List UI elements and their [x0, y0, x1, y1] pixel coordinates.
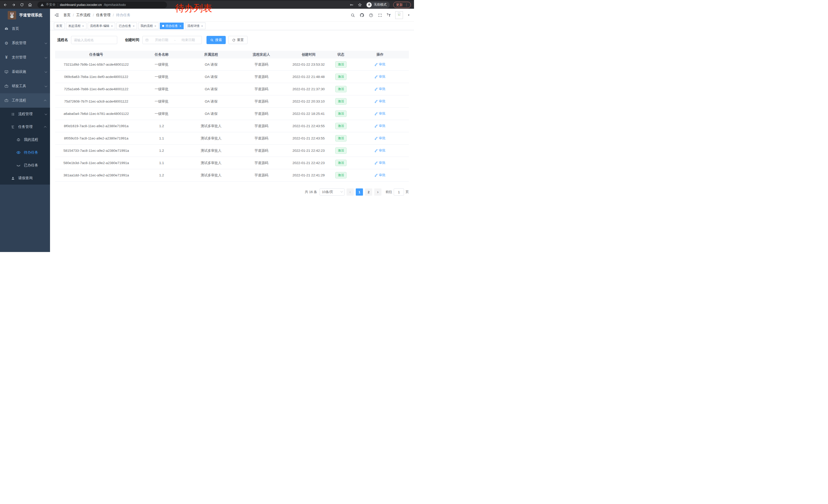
sidebar-item-leave-query[interactable]: 请假查询 — [0, 172, 50, 185]
table-row: 75d72608-7b7f-11ec-a3c8-acde48001122一级审批… — [55, 95, 409, 108]
tag-4[interactable]: 我的流程× — [138, 22, 159, 29]
forward-icon[interactable] — [11, 3, 16, 7]
star-icon[interactable] — [358, 3, 362, 7]
reset-button[interactable]: 重置 — [228, 36, 248, 44]
cell-initiator: 芋道源码 — [236, 173, 287, 178]
cell-id: 8f0d1619-7ac8-11ec-a9e2-a2380e71991a — [55, 124, 137, 128]
approve-link[interactable]: 审批 — [374, 99, 385, 103]
date-range-picker[interactable]: 开始日期 - 结束日期 — [142, 36, 202, 44]
close-icon[interactable]: × — [155, 25, 157, 28]
approve-link[interactable]: 审批 — [374, 161, 385, 165]
approve-link[interactable]: 审批 — [374, 62, 385, 67]
search-icon[interactable] — [350, 13, 355, 17]
not-secure-label[interactable]: 不安全 — [46, 3, 56, 7]
close-icon[interactable]: × — [82, 25, 84, 28]
cell-id: 580e1b3d-7ac8-11ec-a9e2-a2380e71991a — [55, 161, 137, 165]
search-button[interactable]: 搜索 — [206, 36, 226, 44]
process-name-label: 流程名 — [57, 38, 68, 42]
close-icon[interactable]: × — [111, 25, 113, 28]
close-icon[interactable]: × — [179, 25, 181, 28]
cell-name: 1.2 — [137, 173, 186, 177]
github-icon[interactable] — [360, 13, 364, 17]
sidebar-item-task-mgmt[interactable]: 任务管理 — [0, 121, 50, 133]
page-button-2[interactable]: 2 — [365, 188, 372, 196]
approve-link[interactable]: 审批 — [374, 124, 385, 128]
approve-link[interactable]: 审批 — [374, 111, 385, 116]
sidebar-logo[interactable]: 🐰 芋道管理系统 — [0, 9, 50, 21]
tag-6[interactable]: 流程详情× — [185, 22, 205, 29]
process-name-input[interactable] — [71, 36, 117, 44]
table-row: 58154733-7ac8-11ec-a9e2-a2380e71991a1.2测… — [55, 145, 409, 157]
breadcrumb-task-mgmt[interactable]: 任务管理 — [96, 13, 111, 17]
avatar[interactable] — [395, 11, 403, 19]
incognito-label: 无痕模式 — [374, 3, 386, 7]
cell-created: 2022-01-21 22:41:29 — [287, 173, 331, 177]
avatar-dropdown-icon[interactable]: ▼ — [408, 14, 410, 16]
close-icon[interactable]: × — [201, 25, 203, 28]
status-badge: 激活 — [335, 86, 346, 92]
tag-2[interactable]: 流程表单-编辑× — [88, 22, 115, 29]
tag-1[interactable]: 发起流程× — [66, 22, 86, 29]
sidebar-item-label: 系统管理 — [12, 41, 45, 45]
address-bar[interactable]: 不安全 dashboard.yudao.iocoder.cn/bpm/task/… — [37, 2, 167, 8]
chevron-down-icon — [340, 190, 343, 192]
back-icon[interactable] — [3, 3, 8, 7]
approve-link[interactable]: 审批 — [374, 173, 385, 177]
breadcrumb-home[interactable]: 首页 — [64, 13, 71, 17]
fullscreen-icon[interactable] — [378, 13, 382, 17]
table-row: 580e1b3d-7ac8-11ec-a9e2-a2380e71991a1.1测… — [55, 157, 409, 169]
breadcrumb: 首页 / 工作流程 / 任务管理 / 待办任务 — [64, 13, 131, 17]
cell-actions: 审批 — [351, 111, 409, 116]
cell-status: 激活 — [331, 123, 351, 129]
approve-link[interactable]: 审批 — [374, 136, 385, 140]
sidebar-item-workflow[interactable]: 工作流程 — [0, 93, 50, 108]
cell-process: OA 请假 — [186, 75, 236, 79]
page-size-select[interactable]: 10条/页 — [320, 188, 344, 196]
approve-link[interactable]: 审批 — [374, 87, 385, 91]
goto-page-input[interactable] — [394, 188, 404, 196]
sidebar-item-my-process[interactable]: 我的流程 — [0, 133, 50, 146]
end-date-placeholder[interactable]: 结束日期 — [177, 38, 199, 42]
more-menu-icon[interactable]: ⋮ — [405, 3, 408, 7]
goto-label: 前往 — [385, 190, 392, 194]
screen: 不安全 dashboard.yudao.iocoder.cn/bpm/task/… — [0, 0, 414, 252]
breadcrumb-workflow[interactable]: 工作流程 — [76, 13, 90, 17]
close-icon[interactable]: × — [133, 25, 135, 28]
incognito-badge: 无痕模式 — [366, 2, 389, 8]
sidebar-item-system[interactable]: ⚙ 系统管理 — [0, 36, 50, 50]
font-size-icon[interactable]: TT — [387, 13, 391, 17]
sidebar-item-label: 流程管理 — [18, 112, 45, 117]
start-date-placeholder[interactable]: 开始日期 — [151, 38, 172, 42]
tag-5[interactable]: 待办任务× — [160, 22, 184, 29]
breadcrumb-current: 待办任务 — [116, 13, 131, 17]
home-icon[interactable] — [28, 3, 32, 7]
reload-icon[interactable] — [19, 3, 24, 7]
cell-created: 2022-01-22 18:25:41 — [287, 112, 331, 116]
sidebar-item-todo-tasks[interactable]: 待办任务 — [0, 146, 50, 159]
next-page-button[interactable]: › — [374, 188, 381, 196]
tag-0[interactable]: 首页 — [54, 22, 65, 29]
col-task-id: 任务编号 — [55, 52, 137, 57]
hamburger-icon[interactable] — [54, 12, 59, 18]
key-icon[interactable] — [349, 3, 354, 7]
sidebar-item-done-tasks[interactable]: 已办任务 — [0, 159, 50, 172]
sidebar-item-home[interactable]: 首页 — [0, 21, 50, 36]
eye-closed-icon — [16, 163, 21, 168]
sidebar-item-payment[interactable]: ¥ 支付管理 — [0, 50, 50, 64]
sidebar-item-process-mgmt[interactable]: 流程管理 — [0, 108, 50, 121]
help-icon[interactable] — [369, 13, 373, 17]
update-label[interactable]: 更新 — [396, 3, 403, 7]
cell-process: OA 请假 — [186, 99, 236, 104]
sidebar: 🐰 芋道管理系统 首页 ⚙ 系统管理 ¥ 支付管理 — [0, 9, 50, 252]
prev-page-button[interactable]: ‹ — [346, 188, 354, 196]
sidebar-item-devtools[interactable]: 研发工具 — [0, 79, 50, 93]
tag-3[interactable]: 已办任务× — [117, 22, 137, 29]
approve-link[interactable]: 审批 — [374, 74, 385, 79]
sidebar-item-infra[interactable]: 基础设施 — [0, 64, 50, 79]
cell-status: 激活 — [331, 61, 351, 68]
page-button-1[interactable]: 1 — [356, 188, 363, 196]
cell-initiator: 芋道源码 — [236, 99, 287, 104]
approve-link[interactable]: 审批 — [374, 148, 385, 153]
url-host: dashboard.yudao.iocoder.cn — [60, 3, 102, 7]
update-button[interactable]: 更新 ⋮ — [393, 2, 411, 8]
